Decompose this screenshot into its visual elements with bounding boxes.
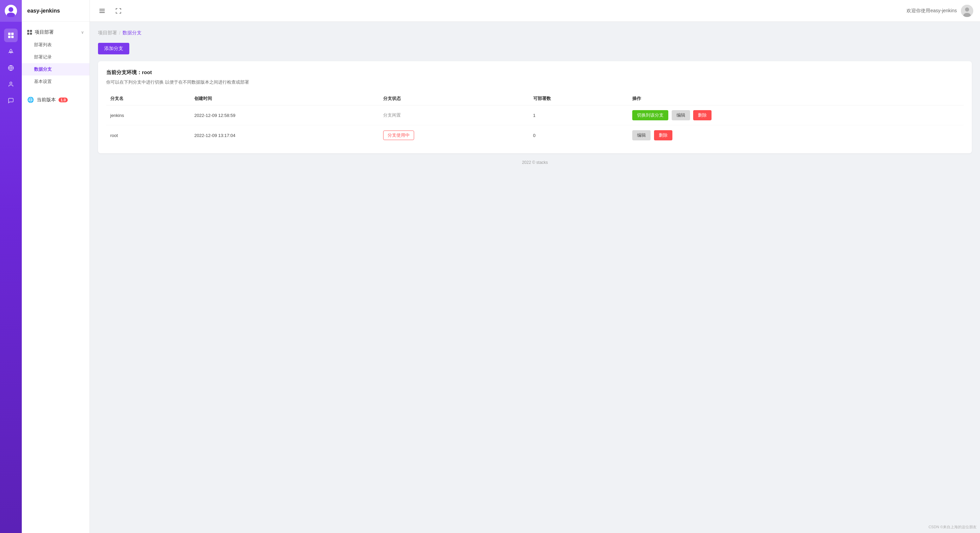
col-status: 分支状态 xyxy=(379,92,529,105)
branch-name-root: root xyxy=(106,125,190,146)
sidebar-item-basic-settings[interactable]: 基本设置 xyxy=(22,75,89,88)
sidebar-menu: 项目部署 ∨ 部署列表 部署记录 数据分支 基本设置 🌐 当前版本 1.0 xyxy=(22,22,89,533)
sidebar-title: easy-jenkins xyxy=(22,0,89,22)
status-idle-badge: 分支闲置 xyxy=(383,113,401,117)
breadcrumb-parent[interactable]: 项目部署 xyxy=(98,30,117,36)
svg-point-1 xyxy=(7,13,15,17)
status-root: 分支使用中 xyxy=(379,125,529,146)
col-branch-name: 分支名 xyxy=(106,92,190,105)
chevron-down-icon: ∨ xyxy=(81,30,84,35)
breadcrumb-current[interactable]: 数据分支 xyxy=(123,30,142,36)
header-right: 欢迎你使用easy-jenkins xyxy=(907,5,973,17)
main-wrapper: 欢迎你使用easy-jenkins 项目部署 / 数据分支 添加分支 当前分支环… xyxy=(90,0,980,533)
actions-root: 编辑 删除 xyxy=(628,125,964,146)
grid-icon xyxy=(27,30,32,35)
card-title: 当前分支环境：root xyxy=(106,69,964,76)
svg-point-9 xyxy=(10,82,12,84)
svg-point-6 xyxy=(11,51,11,52)
edit-button-root[interactable]: 编辑 xyxy=(632,130,651,140)
nav-icon-rocket[interactable] xyxy=(4,45,18,59)
logo-avatar xyxy=(5,5,17,17)
add-branch-button[interactable]: 添加分支 xyxy=(98,43,129,54)
user-avatar[interactable] xyxy=(961,5,973,17)
footer: 2022 © stacks xyxy=(98,153,972,172)
sidebar-item-data-branch[interactable]: 数据分支 xyxy=(22,63,89,75)
table-row: jenkins 2022-12-09 12:58:59 分支闲置 1 切换到该分… xyxy=(106,105,964,125)
footer-text: 2022 © stacks xyxy=(522,160,548,165)
delete-button-root[interactable]: 删除 xyxy=(654,130,672,140)
svg-rect-4 xyxy=(8,36,11,38)
version-badge: 1.0 xyxy=(59,98,68,102)
branch-name-jenkins: jenkins xyxy=(106,105,190,125)
sidebar-section-version: 🌐 当前版本 1.0 xyxy=(22,93,89,106)
created-time-jenkins: 2022-12-09 12:58:59 xyxy=(190,105,379,125)
sidebar-item-deploy-record[interactable]: 部署记录 xyxy=(22,51,89,63)
switch-branch-button-jenkins[interactable]: 切换到该分支 xyxy=(632,110,668,121)
icon-bar xyxy=(0,0,22,533)
icon-bar-nav xyxy=(4,22,18,533)
nav-icon-dashboard[interactable] xyxy=(4,29,18,42)
sidebar: easy-jenkins 项目部署 ∨ 部署列表 部署记录 数据分支 基本设置 … xyxy=(22,0,90,533)
header-left xyxy=(97,5,124,16)
breadcrumb-separator: / xyxy=(119,30,121,36)
col-actions: 操作 xyxy=(628,92,964,105)
col-deploy-count: 可部署数 xyxy=(529,92,628,105)
created-time-root: 2022-12-09 13:17:04 xyxy=(190,125,379,146)
table-header-row: 分支名 创建时间 分支状态 可部署数 操作 xyxy=(106,92,964,105)
globe-icon: 🌐 xyxy=(27,97,34,103)
svg-rect-3 xyxy=(11,33,14,35)
branch-table: 分支名 创建时间 分支状态 可部署数 操作 jenkins 2022-12-09… xyxy=(106,92,964,145)
svg-rect-5 xyxy=(11,36,14,38)
svg-point-0 xyxy=(8,7,13,12)
sidebar-version-item[interactable]: 🌐 当前版本 1.0 xyxy=(22,93,89,106)
nav-icon-message[interactable] xyxy=(4,94,18,108)
edit-button-jenkins[interactable]: 编辑 xyxy=(672,110,690,121)
svg-rect-11 xyxy=(99,11,105,11)
svg-point-14 xyxy=(965,8,969,11)
actions-jenkins: 切换到该分支 编辑 删除 xyxy=(628,105,964,125)
content-area: 项目部署 / 数据分支 添加分支 当前分支环境：root 你可以在下列分支中进行… xyxy=(90,22,980,533)
deploy-count-root: 0 xyxy=(529,125,628,146)
status-jenkins: 分支闲置 xyxy=(379,105,529,125)
nav-icon-user[interactable] xyxy=(4,78,18,91)
welcome-text: 欢迎你使用easy-jenkins xyxy=(907,8,957,14)
deploy-count-jenkins: 1 xyxy=(529,105,628,125)
breadcrumb: 项目部署 / 数据分支 xyxy=(98,30,972,36)
sidebar-group-project[interactable]: 项目部署 ∨ xyxy=(22,26,89,39)
table-row: root 2022-12-09 13:17:04 分支使用中 0 编辑 删除 xyxy=(106,125,964,146)
svg-rect-12 xyxy=(99,12,105,13)
sidebar-item-deploy-list[interactable]: 部署列表 xyxy=(22,39,89,51)
watermark: CSDN ©来自上海的这位朋友 xyxy=(929,525,977,530)
card-description: 你可以在下列分支中进行切换 以便于在不同数据版本之间进行检查或部署 xyxy=(106,79,964,85)
top-header: 欢迎你使用easy-jenkins xyxy=(90,0,980,22)
status-active-badge: 分支使用中 xyxy=(383,130,414,140)
menu-toggle-button[interactable] xyxy=(97,5,108,16)
fullscreen-button[interactable] xyxy=(113,5,124,16)
logo-area xyxy=(0,0,22,22)
delete-button-jenkins[interactable]: 删除 xyxy=(693,110,711,121)
nav-icon-globe[interactable] xyxy=(4,61,18,75)
svg-rect-2 xyxy=(8,33,11,35)
svg-rect-10 xyxy=(99,9,105,10)
branch-card: 当前分支环境：root 你可以在下列分支中进行切换 以便于在不同数据版本之间进行… xyxy=(98,61,972,153)
col-created-time: 创建时间 xyxy=(190,92,379,105)
